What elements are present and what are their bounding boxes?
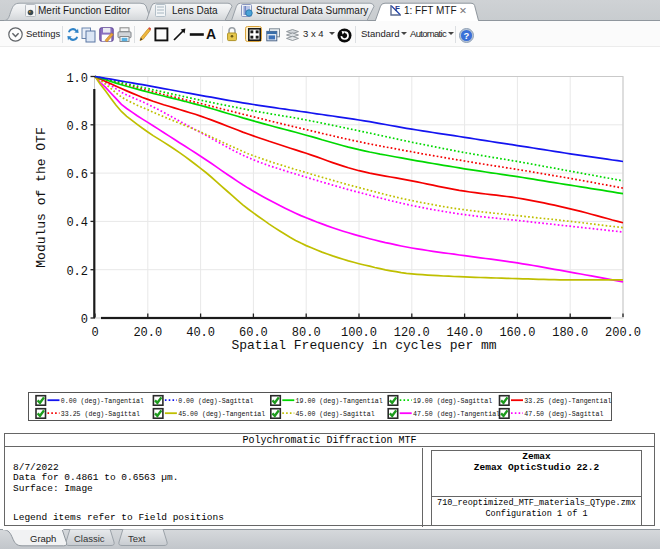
svg-text:0.6: 0.6 — [66, 168, 88, 182]
svg-text:200.0: 200.0 — [605, 326, 641, 340]
svg-text:0.00 (deg)-Tangential: 0.00 (deg)-Tangential — [61, 398, 144, 405]
svg-text:0.8: 0.8 — [66, 120, 88, 134]
svg-text:0.2: 0.2 — [66, 265, 88, 279]
svg-text:33.25 (deg)-Sagittal: 33.25 (deg)-Sagittal — [61, 411, 140, 418]
svg-text:45.00 (deg)-Tangential: 45.00 (deg)-Tangential — [178, 411, 265, 418]
svg-text:0: 0 — [91, 326, 98, 340]
svg-text:?: ? — [464, 30, 470, 41]
svg-text:180.0: 180.0 — [552, 326, 588, 340]
svg-text:40.0: 40.0 — [186, 326, 215, 340]
svg-text:47.50 (deg)-Tangential: 47.50 (deg)-Tangential — [413, 411, 500, 418]
svg-text:160.0: 160.0 — [499, 326, 535, 340]
svg-text:1.0: 1.0 — [66, 72, 88, 86]
svg-text:20.0: 20.0 — [133, 326, 162, 340]
svg-text:F: F — [395, 4, 400, 13]
svg-text:Modulus of the OTF: Modulus of the OTF — [34, 127, 49, 267]
svg-text:19.00 (deg)-Sagittal: 19.00 (deg)-Sagittal — [413, 398, 492, 405]
svg-text:0: 0 — [81, 313, 88, 327]
svg-text:0.00 (deg)-Sagittal: 0.00 (deg)-Sagittal — [178, 398, 253, 405]
svg-text:Spatial Frequency in cycles pe: Spatial Frequency in cycles per mm — [231, 338, 496, 353]
svg-text:33.25 (deg)-Tangential: 33.25 (deg)-Tangential — [524, 398, 611, 405]
svg-text:47.50 (deg)-Sagittal: 47.50 (deg)-Sagittal — [524, 411, 603, 418]
svg-text:0.4: 0.4 — [66, 216, 88, 230]
svg-text:45.00 (deg)-Sagittal: 45.00 (deg)-Sagittal — [296, 411, 375, 418]
svg-text:19.00 (deg)-Tangential: 19.00 (deg)-Tangential — [296, 398, 383, 405]
